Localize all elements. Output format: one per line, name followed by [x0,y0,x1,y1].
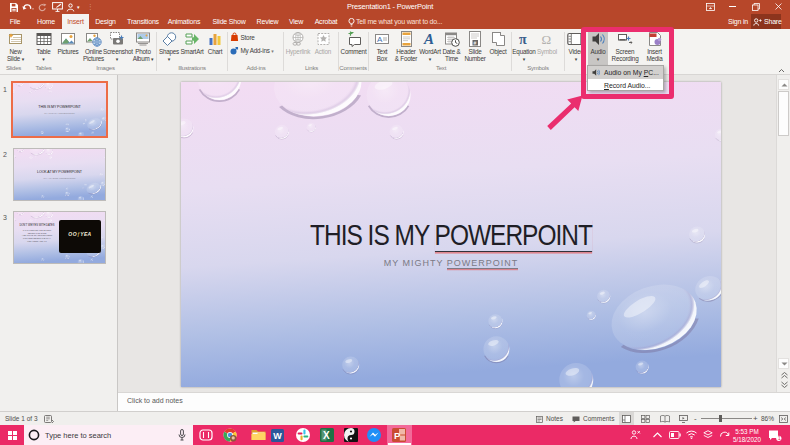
svg-text:P: P [394,430,401,441]
svg-text:A: A [377,35,383,44]
svg-text:A: A [423,31,434,47]
svg-text:Ω: Ω [542,32,551,47]
svg-text:π: π [519,32,527,47]
svg-text:X: X [323,430,330,441]
svg-text:W: W [273,431,282,441]
svg-text:#: # [473,40,476,46]
svg-text:1: 1 [778,435,781,441]
